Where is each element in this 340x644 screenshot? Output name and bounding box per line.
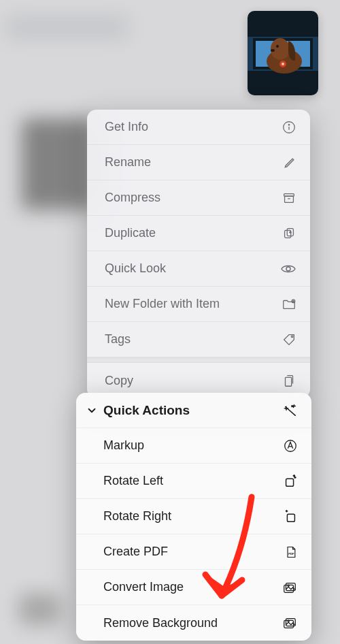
menu-item-label: New Folder with Item (105, 297, 220, 311)
menu-separator (87, 357, 310, 363)
svg-rect-13 (285, 196, 294, 202)
menu-item-label: Get Info (105, 120, 148, 134)
menu-item-rename[interactable]: Rename (87, 145, 310, 180)
svg-point-11 (288, 124, 289, 125)
quick-actions-header[interactable]: Quick Actions (76, 393, 311, 428)
menu-item-convert-image[interactable]: Convert Image (76, 570, 311, 605)
pencil-icon (283, 156, 296, 170)
blurred-background (5, 15, 128, 39)
menu-item-tags[interactable]: Tags (87, 322, 310, 357)
menu-item-label: Create PDF (103, 545, 168, 559)
svg-point-4 (271, 38, 290, 60)
menu-item-rotate-right[interactable]: Rotate Right (76, 499, 311, 534)
menu-item-remove-background[interactable]: Remove Background (76, 605, 311, 641)
menu-item-label: Rotate Right (103, 509, 171, 524)
menu-item-label: Compress (105, 191, 160, 205)
menu-item-label: Rename (105, 155, 151, 170)
svg-line-24 (286, 406, 296, 415)
svg-rect-28 (286, 479, 294, 486)
svg-point-8 (271, 49, 275, 52)
menu-item-label: Markup (103, 438, 144, 453)
copy-doc-icon (282, 373, 296, 388)
sparkles-icon (283, 403, 298, 418)
images-icon (282, 580, 298, 595)
archive-icon (282, 191, 296, 206)
svg-point-19 (286, 267, 290, 271)
svg-point-7 (276, 45, 279, 48)
info-icon (282, 120, 296, 135)
svg-point-23 (291, 336, 292, 337)
quick-actions-menu: Quick Actions Markup Rotate Left Rotate … (76, 393, 311, 641)
menu-item-label: Duplicate (105, 226, 156, 240)
pdf-icon: PDF (284, 545, 298, 560)
new-folder-icon (282, 297, 296, 312)
quick-actions-title: Quick Actions (103, 403, 190, 418)
menu-item-new-folder[interactable]: New Folder with Item (87, 287, 310, 322)
menu-item-label: Tags (105, 332, 131, 347)
rotate-right-icon (283, 509, 298, 524)
menu-item-label: Convert Image (103, 580, 184, 594)
svg-text:PDF: PDF (288, 552, 294, 556)
menu-item-create-pdf[interactable]: Create PDF PDF (76, 534, 311, 570)
svg-point-33 (288, 585, 289, 586)
menu-item-label: Remove Background (103, 616, 218, 630)
blurred-background (19, 594, 60, 625)
svg-rect-29 (287, 514, 294, 521)
tag-icon (282, 332, 296, 347)
menu-item-label: Rotate Left (103, 474, 163, 488)
images-icon (282, 615, 298, 630)
menu-item-label: Copy (105, 374, 133, 388)
blurred-background (22, 118, 94, 210)
menu-item-get-info[interactable]: Get Info (87, 110, 310, 145)
menu-item-compress[interactable]: Compress (87, 180, 310, 216)
chevron-down-icon (86, 404, 98, 417)
dog-photo-icon (248, 11, 318, 95)
menu-item-rotate-left[interactable]: Rotate Left (76, 464, 311, 499)
menu-item-label: Quick Look (105, 261, 166, 276)
context-menu: Get Info Rename Compress Duplicate Quick… (87, 110, 310, 398)
rotate-left-icon (283, 474, 298, 489)
menu-item-quick-look[interactable]: Quick Look (87, 251, 310, 287)
duplicate-icon (282, 226, 296, 241)
menu-item-duplicate[interactable]: Duplicate (87, 216, 310, 251)
eye-icon (280, 261, 296, 277)
svg-point-36 (288, 620, 289, 622)
menu-item-markup[interactable]: Markup (76, 428, 311, 464)
svg-point-6 (282, 63, 284, 65)
selected-file-thumbnail[interactable] (248, 11, 318, 95)
markup-icon (283, 438, 298, 453)
